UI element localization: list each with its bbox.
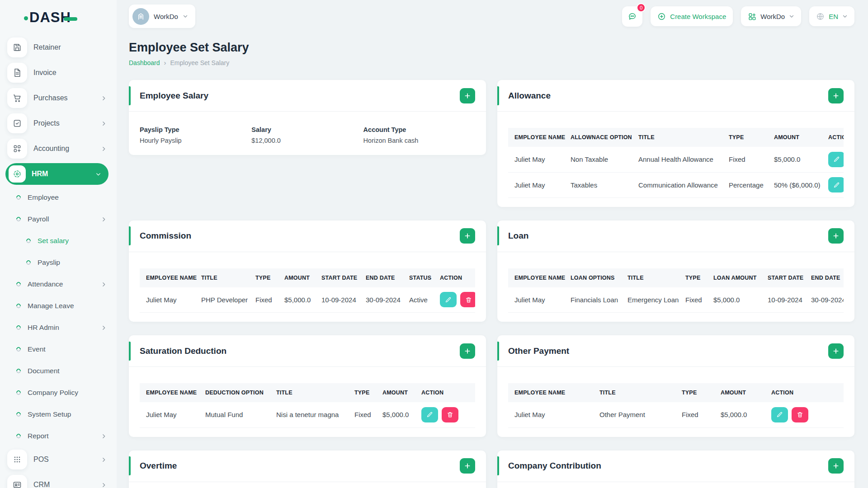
column-header: AMOUNT xyxy=(378,383,417,402)
retainer-icon xyxy=(7,38,27,57)
loan-table-scroll[interactable]: EMPLOYEE NAMELOAN OPTIONSTITLETYPELOAN A… xyxy=(508,268,844,313)
messages-button[interactable]: 0 xyxy=(622,6,642,27)
sidebar-item-accounting[interactable]: Accounting xyxy=(0,136,117,161)
edit-button[interactable] xyxy=(771,407,788,422)
field-account-type: Account Type Horizon Bank cash xyxy=(363,126,475,144)
field-salary: Salary $12,000.0 xyxy=(251,126,363,144)
sidebar-item-label: Payslip xyxy=(38,258,117,267)
table-cell: Juliet May xyxy=(140,287,197,313)
table-cell: Annual Health Allowance xyxy=(634,147,724,172)
breadcrumb-dashboard-link[interactable]: Dashboard xyxy=(129,59,160,66)
table-cell: Active xyxy=(405,287,435,313)
column-header: ACTION xyxy=(435,268,475,287)
saturation-deduction-table: EMPLOYEE NAMEDEDUCTION OPTIONTITLETYPEAM… xyxy=(140,383,475,428)
sidebar-item-hr-admin[interactable]: HR Admin xyxy=(0,317,117,338)
table-cell: $5,000.0 xyxy=(709,287,763,313)
delete-button[interactable] xyxy=(792,407,808,422)
sidebar-item-system-setup[interactable]: System Setup xyxy=(0,404,117,425)
table-cell: 50% ($6,000.0) xyxy=(769,172,824,197)
breadcrumb-current: Employee Set Salary xyxy=(170,59,230,66)
trash-icon xyxy=(447,411,453,418)
sidebar-item-label: Set salary xyxy=(38,237,117,245)
messages-badge: 0 xyxy=(637,3,646,12)
sidebar-item-hrm[interactable]: HRM xyxy=(5,163,108,185)
sidebar-item-attendance[interactable]: Attendance xyxy=(0,273,117,295)
sidebar-item-report[interactable]: Report xyxy=(0,425,117,447)
sidebar-item-retainer[interactable]: Retainer xyxy=(0,35,117,60)
add-saturation-deduction-button[interactable] xyxy=(460,343,475,359)
sidebar-item-event[interactable]: Event xyxy=(0,338,117,360)
add-other-payment-button[interactable] xyxy=(828,343,844,359)
pencil-icon xyxy=(776,411,783,418)
bullet-icon xyxy=(15,216,22,222)
column-header: START DATE xyxy=(763,268,807,287)
field-label: Payslip Type xyxy=(140,126,251,133)
allowance-table-scroll[interactable]: EMPLOYEE NAMEALLOWNACE OPTIONTITLETYPEAM… xyxy=(508,128,844,198)
sidebar-item-document[interactable]: Document xyxy=(0,360,117,382)
plus-icon xyxy=(464,232,471,239)
add-commission-button[interactable] xyxy=(460,228,475,244)
sidebar-item-crm[interactable]: CRM xyxy=(0,472,117,488)
table-cell: 30-09-2024 xyxy=(807,287,844,313)
workspace-switcher[interactable]: WorkDo xyxy=(129,5,195,28)
add-loan-button[interactable] xyxy=(828,228,844,244)
table-cell: Juliet May xyxy=(508,172,566,197)
logo-dot-icon xyxy=(24,16,28,20)
sidebar-item-purchases[interactable]: Purchases xyxy=(0,85,117,111)
row-actions xyxy=(824,147,844,172)
delete-button[interactable] xyxy=(442,407,458,422)
topbar-actions: 0 Create Workspace WorkDo EN xyxy=(622,6,854,27)
crm-icon xyxy=(7,475,27,488)
edit-button[interactable] xyxy=(421,407,438,422)
sidebar-item-set-salary[interactable]: Set salary xyxy=(0,230,117,252)
sidebar-item-projects[interactable]: Projects xyxy=(0,111,117,136)
sidebar-item-label: HRM xyxy=(32,170,95,178)
column-header: AMOUNT xyxy=(769,128,824,147)
create-workspace-button[interactable]: Create Workspace xyxy=(651,6,733,26)
column-header: ACTION xyxy=(824,128,844,147)
column-header: TITLE xyxy=(623,268,681,287)
delete-button[interactable] xyxy=(460,292,475,307)
card-header: Overtime xyxy=(129,450,486,482)
add-employee-salary-button[interactable] xyxy=(460,88,475,103)
sidebar-item-manage-leave[interactable]: Manage Leave xyxy=(0,295,117,317)
plus-icon xyxy=(464,92,471,99)
card-title: Commission xyxy=(140,231,191,241)
sidebar-item-label: HR Admin xyxy=(28,324,101,332)
edit-button[interactable] xyxy=(828,152,844,167)
add-company-contribution-button[interactable] xyxy=(828,458,844,474)
table-cell: $5,000.0 xyxy=(280,287,317,313)
chevron-down-icon xyxy=(789,14,794,19)
add-overtime-button[interactable] xyxy=(460,458,475,474)
app-switcher-button[interactable]: WorkDo xyxy=(741,6,801,26)
sidebar-item-label: Purchases xyxy=(33,94,101,102)
sidebar-item-payroll[interactable]: Payroll xyxy=(0,208,117,230)
chevron-down-icon xyxy=(842,14,848,19)
column-header: TYPE xyxy=(681,268,709,287)
sidebar-item-company-policy[interactable]: Company Policy xyxy=(0,382,117,404)
sidebar-item-employee[interactable]: Employee xyxy=(0,187,117,208)
commission-table-scroll[interactable]: EMPLOYEE NAMETITLETYPEAMOUNTSTART DATEEN… xyxy=(140,268,475,313)
edit-button[interactable] xyxy=(828,177,844,192)
chevron-right-icon xyxy=(101,433,107,439)
create-workspace-label: Create Workspace xyxy=(670,13,726,20)
card-header: Company Contribution xyxy=(497,450,854,482)
saturation-table-scroll[interactable]: EMPLOYEE NAMEDEDUCTION OPTIONTITLETYPEAM… xyxy=(140,383,475,428)
sidebar-item-label: Event xyxy=(28,345,117,353)
cards-grid: Employee Salary Payslip Type Hourly Pays… xyxy=(129,80,854,488)
sidebar-item-label: Report xyxy=(28,432,101,440)
sidebar-item-invoice[interactable]: Invoice xyxy=(0,60,117,85)
card-title: Overtime xyxy=(140,461,177,471)
add-allowance-button[interactable] xyxy=(828,88,844,103)
table-cell: Fixed xyxy=(677,402,716,427)
language-button[interactable]: EN xyxy=(809,6,854,26)
sidebar-item-pos[interactable]: POS xyxy=(0,447,117,472)
card-header: Commission xyxy=(129,221,486,252)
pencil-icon xyxy=(426,411,433,418)
other-payment-table: EMPLOYEE NAMETITLETYPEAMOUNTACTIONJuliet… xyxy=(508,383,844,428)
other-payment-table-scroll[interactable]: EMPLOYEE NAMETITLETYPEAMOUNTACTIONJuliet… xyxy=(508,383,844,428)
sidebar-item-label: Manage Leave xyxy=(28,302,117,310)
sidebar-item-payslip[interactable]: Payslip xyxy=(0,252,117,273)
edit-button[interactable] xyxy=(440,292,457,307)
table-header-row: EMPLOYEE NAMELOAN OPTIONSTITLETYPELOAN A… xyxy=(508,268,844,287)
